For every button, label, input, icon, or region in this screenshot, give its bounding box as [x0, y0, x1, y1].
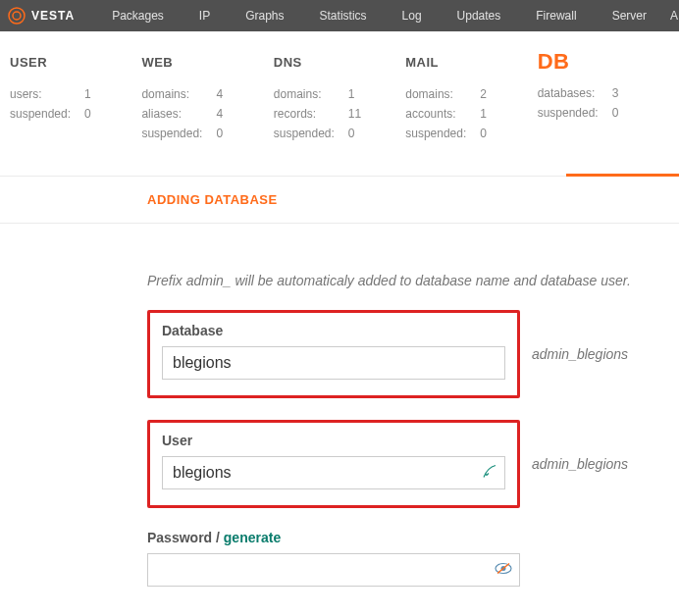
svg-point-1: [13, 12, 21, 20]
section-title: ADDING DATABASE: [147, 192, 278, 207]
stats-user-title: USER: [10, 55, 141, 70]
user-label: User: [162, 433, 505, 448]
user-input-icon: [482, 464, 497, 483]
top-navbar: VESTA Packages IP Graphs Statistics Log …: [0, 0, 679, 31]
section-title-row: ADDING DATABASE: [0, 177, 679, 224]
svg-line-4: [497, 564, 509, 574]
field-database-box: Database: [147, 310, 520, 398]
active-tab-indicator: [566, 174, 679, 177]
nav-firewall[interactable]: Firewall: [518, 0, 594, 31]
stats-mail[interactable]: MAIL domains:2 accounts:1 suspended:0: [405, 55, 537, 146]
stats-dns-title: DNS: [274, 55, 405, 70]
nav-ip[interactable]: IP: [182, 0, 228, 31]
eye-icon[interactable]: [495, 562, 512, 579]
password-input[interactable]: [147, 553, 520, 587]
brand-text: VESTA: [31, 9, 75, 23]
field-user-box: User: [147, 420, 520, 508]
vesta-logo-icon: [8, 7, 26, 25]
stats-db-title: DB: [538, 49, 669, 75]
stats-bar: USER users:1 suspended:0 WEB domains:4 a…: [0, 31, 679, 177]
field-database-group: Database admin_blegions: [147, 310, 659, 398]
stats-user[interactable]: USER users:1 suspended:0: [10, 55, 141, 146]
user-input[interactable]: [162, 456, 505, 489]
prefix-hint: Prefix admin_ will be automaticaly added…: [147, 273, 659, 288]
field-user-group: User admin_blegions: [147, 420, 659, 508]
database-suffix: admin_blegions: [532, 346, 628, 362]
form-area: Prefix admin_ will be automaticaly added…: [0, 224, 679, 616]
user-suffix: admin_blegions: [532, 456, 628, 472]
field-password-group: Password / generate: [147, 530, 659, 587]
generate-link[interactable]: generate: [224, 530, 281, 545]
nav-log[interactable]: Log: [385, 0, 440, 31]
nav-packages[interactable]: Packages: [94, 0, 182, 31]
stats-mail-title: MAIL: [405, 55, 537, 70]
nav-extra[interactable]: A: [664, 0, 679, 31]
nav-updates[interactable]: Updates: [440, 0, 519, 31]
stats-db[interactable]: DB databases:3 suspended:0: [538, 55, 669, 146]
database-label: Database: [162, 323, 505, 338]
nav-server[interactable]: Server: [595, 0, 664, 31]
password-label: Password / generate: [147, 530, 520, 545]
nav-graphs[interactable]: Graphs: [228, 0, 301, 31]
brand-logo[interactable]: VESTA: [8, 7, 75, 25]
database-input[interactable]: [162, 346, 505, 380]
stats-web-title: WEB: [141, 55, 273, 70]
svg-point-0: [9, 8, 25, 24]
stats-web[interactable]: WEB domains:4 aliases:4 suspended:0: [141, 55, 273, 146]
stats-dns[interactable]: DNS domains:1 records:11 suspended:0: [274, 55, 405, 146]
nav-statistics[interactable]: Statistics: [302, 0, 385, 31]
